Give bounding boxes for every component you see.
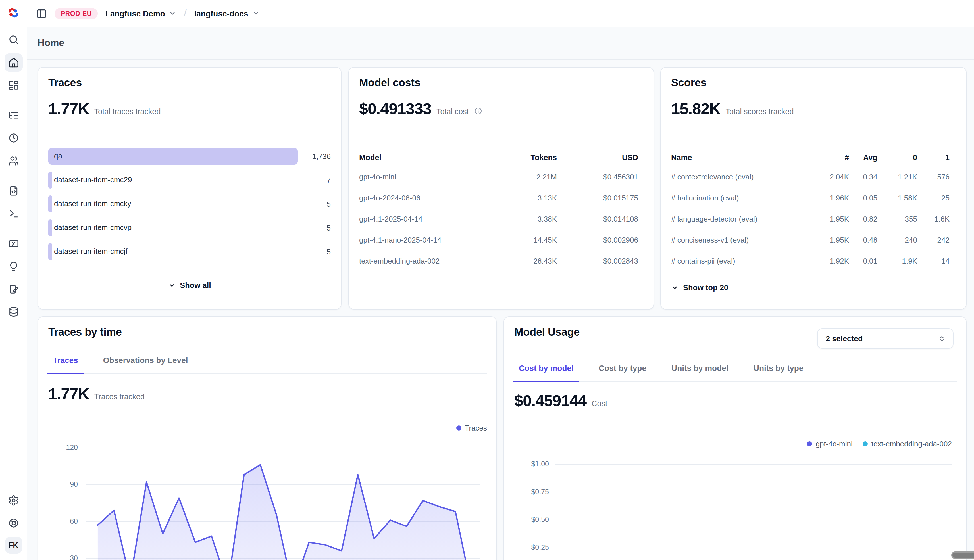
table-cell: $0.015175	[557, 193, 638, 202]
metric-value: 15.82K	[671, 100, 720, 118]
card-title: Traces	[48, 77, 82, 89]
page-header: Home	[27, 27, 974, 60]
table-cell: 2.04K	[815, 172, 849, 181]
chevron-down-icon	[169, 10, 177, 17]
tab-observations-by-level[interactable]: Observations by Level	[97, 353, 194, 374]
model-usage-card: Model Usage 2 selected Cost by modelCost…	[503, 317, 967, 560]
table-cell: # hallucination (eval)	[671, 193, 815, 202]
sidebar-item-evaluators[interactable]	[4, 235, 22, 253]
sidebar-item-support[interactable]	[4, 514, 22, 532]
user-avatar[interactable]: FK	[5, 537, 22, 554]
search-icon	[8, 34, 19, 45]
table-cell: 2.21M	[491, 172, 557, 181]
org-switcher[interactable]: Langfuse Demo	[105, 9, 177, 18]
tab-cost-by-model[interactable]: Cost by model	[513, 361, 579, 382]
sidebar-item-search[interactable]	[4, 31, 22, 49]
table-row: text-embedding-ada-00228.43K$0.002843	[359, 250, 638, 272]
model-costs-metric: $0.491333 Total cost	[359, 100, 483, 118]
tab-traces[interactable]: Traces	[47, 353, 84, 374]
breadcrumb-separator: /	[184, 7, 187, 19]
sidebar-item-insights[interactable]	[4, 257, 22, 275]
legend-dot-icon	[863, 441, 868, 447]
sidebar-item-datasets[interactable]	[4, 303, 22, 321]
langfuse-home-page: PROD-EU Langfuse Demo / langfuse-docs FK	[0, 0, 974, 560]
sidebar: FK	[0, 0, 27, 560]
metric-value: 1.77K	[48, 100, 89, 118]
trace-bar-row[interactable]: dataset-run-item-cmcvp 5	[48, 219, 331, 236]
table-row: gpt-4o-2024-08-063.13K$0.015175	[359, 187, 638, 208]
table-cell: 1.9K	[877, 257, 917, 265]
support-icon	[8, 517, 19, 529]
langfuse-logo-icon[interactable]	[7, 6, 20, 19]
traces-card: Traces 1.77K Total traces tracked qa 1,7…	[37, 67, 341, 310]
sidebar-item-users[interactable]	[4, 152, 22, 170]
table-cell: 0.48	[849, 235, 877, 244]
project-name: langfuse-docs	[194, 9, 248, 18]
trace-bar-row[interactable]: qa 1,736	[48, 148, 331, 165]
metric-label: Total cost	[436, 107, 469, 116]
tab-cost-by-type[interactable]: Cost by type	[593, 361, 652, 382]
chart-legend: Traces	[456, 424, 487, 432]
tracing-icon	[8, 110, 19, 121]
show-all-button[interactable]: Show all	[168, 281, 211, 290]
table-header-cell: Model	[359, 153, 491, 162]
tab-units-by-type[interactable]: Units by type	[748, 361, 809, 382]
show-top-20-button[interactable]: Show top 20	[671, 283, 728, 292]
card-title: Scores	[671, 77, 706, 89]
table-cell: 355	[877, 214, 917, 223]
trace-bar-row[interactable]: dataset-run-item-cmcky 5	[48, 195, 331, 212]
table-cell: 28.43K	[491, 257, 557, 265]
table-header-row: ModelTokensUSD	[359, 149, 638, 167]
trace-bar-row[interactable]: dataset-run-item-cmc29 7	[48, 172, 331, 188]
model-select-dropdown[interactable]: 2 selected	[817, 328, 954, 349]
table-header-cell: Tokens	[491, 153, 557, 162]
project-switcher[interactable]: langfuse-docs	[194, 9, 259, 18]
bar-value: 1,736	[298, 152, 331, 160]
bar-label: qa	[54, 148, 62, 165]
chevrons-up-down-icon	[937, 334, 946, 343]
traces-metric: 1.77K Total traces tracked	[48, 100, 161, 118]
table-cell: # contextrelevance (eval)	[671, 172, 815, 181]
table-cell: gpt-4o-2024-08-06	[359, 193, 491, 202]
bar-value: 5	[298, 223, 331, 232]
y-axis-tick-label: 120	[49, 443, 78, 452]
bar-value: 7	[298, 176, 331, 184]
dashboards-icon	[8, 80, 19, 91]
legend-label: Traces	[465, 424, 487, 432]
sidebar-item-tracing[interactable]	[4, 106, 22, 124]
table-cell: 3.13K	[491, 193, 557, 202]
table-cell: 14.45K	[491, 235, 557, 244]
prompts-icon	[8, 185, 19, 197]
tab-units-by-model[interactable]: Units by model	[666, 361, 734, 382]
sidebar-item-settings[interactable]	[4, 491, 22, 510]
sidebar-item-playground[interactable]	[4, 205, 22, 223]
bar-fill	[48, 148, 298, 165]
legend-dot-icon	[807, 441, 812, 447]
table-cell: text-embedding-ada-002	[359, 257, 491, 265]
card-title: Model Usage	[514, 326, 580, 338]
sidebar-item-annotation[interactable]	[4, 280, 22, 298]
horizontal-scrollbar-thumb[interactable]	[951, 552, 974, 559]
table-header-cell: 0	[877, 153, 917, 162]
sidebar-item-dashboards[interactable]	[4, 76, 22, 94]
sidebar-item-sessions[interactable]	[4, 129, 22, 147]
table-header-cell: USD	[557, 153, 638, 162]
table-header-cell: #	[815, 153, 849, 162]
bar-zone: dataset-run-item-cmcjf	[48, 243, 298, 260]
table-row: # contains-pii (eval)1.92K0.011.9K14	[671, 250, 950, 272]
y-axis-tick-label: $0.75	[518, 488, 549, 496]
chart-gridline	[555, 520, 952, 520]
y-axis-tick-label: $0.25	[518, 543, 549, 552]
table-cell: 1.96K	[815, 193, 849, 202]
bar-zone: qa	[48, 148, 298, 165]
table-cell: 25	[917, 193, 950, 202]
sidebar-toggle-icon[interactable]	[36, 8, 47, 19]
trace-bar-row[interactable]: dataset-run-item-cmcjf 5	[48, 243, 331, 260]
legend-item: text-embedding-ada-002	[863, 440, 952, 448]
datasets-icon	[8, 306, 19, 317]
sidebar-item-home[interactable]	[4, 53, 22, 72]
sidebar-item-prompts[interactable]	[4, 182, 22, 200]
bar-label: dataset-run-item-cmcjf	[54, 243, 128, 260]
info-icon[interactable]	[474, 107, 483, 115]
scores-metric: 15.82K Total scores tracked	[671, 100, 794, 118]
